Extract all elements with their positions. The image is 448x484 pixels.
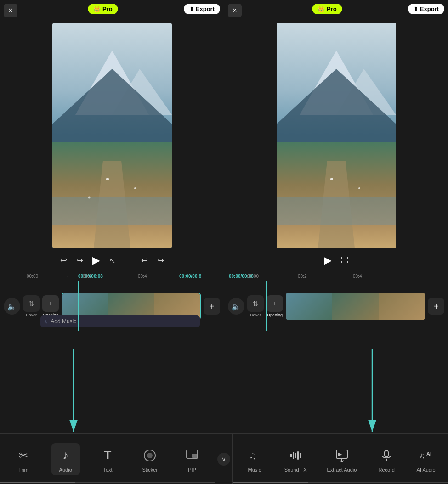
left-close-button[interactable]: × (4, 4, 17, 17)
ai-audio-icon: ♫ AI (416, 446, 436, 465)
collapse-button[interactable]: ∨ (217, 453, 230, 466)
right-export-label: Export (420, 6, 439, 12)
pip-label: PIP (188, 467, 196, 473)
right-pro-badge[interactable]: 👑 Pro (312, 4, 342, 14)
text-label: Text (103, 467, 112, 473)
right-marker-2: 00:4 (353, 274, 362, 279)
right-marker-dot2: · (335, 274, 336, 279)
right-fullscreen-button[interactable]: ⛶ (341, 256, 348, 265)
svg-text:▶: ▶ (338, 451, 342, 457)
right-video-preview (277, 23, 396, 248)
svg-text:♫: ♫ (249, 450, 257, 461)
left-opening-icon: + (42, 295, 59, 312)
left-opening-button[interactable]: + Opening (42, 295, 59, 317)
left-arrow-indicator (46, 349, 101, 436)
svg-point-8 (134, 187, 136, 189)
text-tool[interactable]: T Text (93, 443, 122, 475)
left-undo-button[interactable]: ↩ (60, 255, 67, 265)
svg-point-22 (147, 453, 153, 458)
music-note-icon: ♫ (44, 319, 48, 324)
extract-audio-label: Extract Audio (327, 467, 357, 473)
right-opening-button[interactable]: + Opening (267, 295, 283, 317)
left-marker-dot1: · (67, 274, 68, 279)
music-tool[interactable]: ♫ Music (241, 443, 268, 475)
right-marker-0: 00:00 (247, 274, 259, 279)
app-container: × 👑 Pro ⬆ Export (0, 0, 448, 484)
right-export-icon: ⬆ (414, 6, 418, 12)
left-play-button[interactable]: ▶ (92, 254, 100, 266)
right-toolbar: ♫ Music Sound FX (233, 434, 448, 484)
left-marker-dot2: · (113, 274, 114, 279)
record-label: Record (378, 467, 394, 473)
left-timeline-ruler: 00:00/00:08 00:00 00:2 · 00:4 · 00:00/00… (0, 271, 224, 281)
music-label: Music (248, 467, 261, 473)
left-cursor-icon: ↖ (109, 256, 115, 265)
left-redo2-button[interactable]: ↪ (157, 255, 164, 265)
sound-fx-label: Sound FX (284, 467, 307, 473)
extract-audio-tool[interactable]: ▶ Extract Audio (323, 443, 361, 475)
audio-tool[interactable]: ♪ Audio (51, 443, 80, 475)
music-icon: ♫ (245, 446, 264, 465)
left-export-label: Export (196, 6, 215, 12)
sticker-tool[interactable]: Sticker (136, 443, 164, 475)
left-cover-button[interactable]: ⇅ Cover (23, 295, 40, 317)
export-icon: ⬆ (189, 6, 194, 12)
sticker-label: Sticker (142, 467, 158, 473)
left-undo2-button[interactable]: ↩ (141, 255, 148, 265)
text-icon: T (98, 446, 117, 465)
left-pro-badge[interactable]: 👑 Pro (88, 4, 118, 14)
svg-rect-16 (277, 197, 396, 225)
right-marker-dot1: · (279, 274, 281, 279)
svg-rect-6 (52, 197, 172, 225)
right-progress-fill (233, 482, 308, 483)
right-arrow-indicator (345, 349, 400, 436)
right-marker-1: 00:2 (298, 274, 306, 279)
right-volume-button[interactable]: 🔈 (228, 298, 244, 315)
audio-icon: ♪ (56, 446, 75, 465)
sound-fx-icon (286, 446, 305, 465)
svg-text:♫: ♫ (419, 451, 425, 460)
right-close-button[interactable]: × (228, 4, 242, 17)
left-redo-button[interactable]: ↪ (76, 255, 83, 265)
pip-tool[interactable]: PIP (178, 443, 206, 475)
left-pro-label: Pro (102, 6, 113, 12)
svg-point-18 (358, 187, 360, 189)
trim-tool[interactable]: ✂ Trim (9, 443, 38, 475)
left-volume-button[interactable]: 🔈 (4, 298, 20, 315)
svg-rect-28 (295, 453, 296, 458)
svg-rect-30 (300, 453, 301, 458)
right-frame-3 (379, 293, 425, 320)
right-export-button[interactable]: ⬆ Export (408, 4, 444, 14)
left-fullscreen-button[interactable]: ⛶ (125, 256, 132, 265)
right-progress-bar (233, 482, 448, 483)
left-playback-controls: ↩ ↪ ▶ ↖ ⛶ ↩ ↪ (0, 254, 224, 266)
left-progress-bar (0, 482, 215, 483)
svg-point-7 (106, 178, 109, 180)
sound-fx-tool[interactable]: Sound FX (281, 443, 311, 475)
left-cover-label: Cover (26, 313, 37, 317)
right-play-button[interactable]: ▶ (324, 254, 332, 266)
bottom-toolbar: ✂ Trim ♪ Audio T Text (0, 433, 448, 484)
trim-icon: ✂ (14, 446, 33, 465)
left-marker-1: 00:2 (83, 274, 91, 279)
left-toolbar: ✂ Trim ♪ Audio T Text (0, 434, 215, 484)
left-export-button[interactable]: ⬆ Export (184, 4, 220, 14)
right-add-clip-button[interactable]: + (428, 298, 444, 315)
svg-rect-29 (297, 451, 299, 460)
sticker-icon (140, 446, 159, 465)
right-cover-icon: ⇅ (247, 295, 264, 312)
right-preview-panel: × 👑 Pro ⬆ Export (224, 0, 448, 271)
left-add-music-bar[interactable]: ♫ Add Music (40, 315, 200, 327)
right-cover-button[interactable]: ⇅ Cover (247, 295, 264, 317)
left-marker-0: 00:00 (27, 274, 38, 279)
left-cover-icon: ⇅ (23, 295, 40, 312)
ai-audio-label: AI Audio (417, 467, 436, 473)
right-timeline-ruler: 00:00/00:08 00:00 · 00:2 · 00:4 (224, 271, 448, 281)
add-music-label: Add Music (51, 318, 76, 325)
trim-label: Trim (18, 467, 28, 473)
record-tool[interactable]: Record (373, 443, 400, 475)
record-icon (377, 446, 396, 465)
svg-text:AI: AI (426, 451, 431, 456)
left-add-clip-button[interactable]: + (204, 298, 220, 315)
ai-audio-tool[interactable]: ♫ AI AI Audio (413, 443, 439, 475)
